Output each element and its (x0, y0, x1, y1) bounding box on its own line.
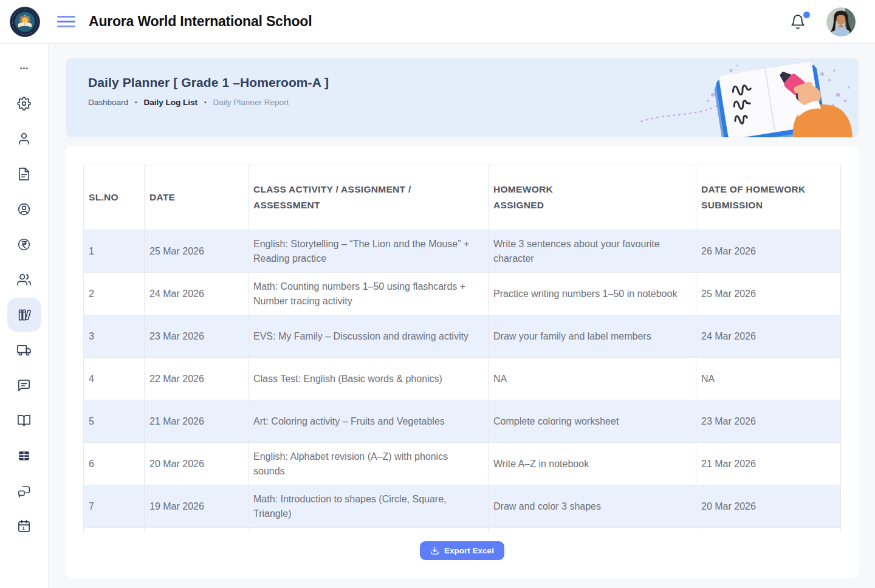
document-icon (17, 167, 31, 181)
sidebar-item-more[interactable] (7, 51, 41, 85)
profile-circle-icon (17, 202, 31, 216)
svg-text:1: 1 (22, 525, 25, 531)
cell-activity: Class Test: English (Basic words & phoni… (249, 358, 489, 400)
export-excel-button[interactable]: Export Excel (420, 541, 504, 560)
fees-rupee-icon (17, 238, 31, 251)
cell-activity: EVS: My Family – Discussion and drawing … (249, 315, 489, 358)
page-banner: Daily Planner [ Grade 1 –Homeroom-A ] Da… (66, 58, 859, 137)
cell-date: 19 Mar 2026 (145, 485, 249, 528)
table-row: 323 Mar 2026EVS: My Family – Discussion … (84, 315, 841, 358)
cell-date: 23 Mar 2026 (145, 315, 249, 358)
sidebar-item-calendar[interactable]: 1 (7, 509, 41, 543)
sidebar-item-documents[interactable] (7, 157, 41, 191)
school-name: Aurora World International School (89, 13, 312, 30)
cell-homework: Write A–Z in notebook (489, 443, 696, 485)
calendar-icon: 1 (17, 519, 31, 533)
student-person-icon (17, 132, 31, 146)
table-row-partial (84, 528, 841, 533)
breadcrumb-daily-log-list[interactable]: Daily Log List (144, 98, 198, 107)
cell-slno: 5 (84, 400, 145, 443)
column-header-date: DATE (145, 165, 249, 230)
column-header-activity: CLASS ACTIVITY / ASSIGNMENT / ASSESSMENT (249, 165, 489, 230)
banner-illustration-writing-hand (640, 58, 859, 137)
cell-slno: 4 (84, 358, 145, 400)
hamburger-menu-icon[interactable] (57, 15, 75, 29)
sidebar-item-timetable[interactable] (7, 439, 41, 473)
cell-submission: 23 Mar 2026 (696, 400, 841, 443)
message-comment-icon (17, 378, 31, 392)
sidebar-item-settings[interactable] (7, 86, 41, 120)
column-header-submission: DATE OF HOMEWORK SUBMISSION (696, 165, 841, 230)
cell-activity: Art: Coloring activity – Fruits and Vege… (249, 400, 489, 443)
cell-slno: 2 (84, 273, 145, 315)
sidebar: 1 (0, 44, 49, 588)
cell-submission: 20 Mar 2026 (696, 485, 841, 528)
cell-activity: English: Storytelling – “The Lion and th… (249, 230, 489, 273)
cell-submission: NA (696, 358, 841, 400)
planner-table-container: SL.NO DATE CLASS ACTIVITY / ASSIGNMENT /… (83, 165, 841, 532)
cell-submission: 26 Mar 2026 (696, 230, 841, 273)
breadcrumb-daily-planner-report: Daily Planner Report (213, 98, 289, 107)
sidebar-item-messages[interactable] (7, 368, 41, 402)
export-excel-label: Export Excel (444, 546, 494, 555)
cell-submission: 24 Mar 2026 (696, 315, 841, 358)
table-row: 422 Mar 2026Class Test: English (Basic w… (84, 358, 841, 400)
cell-submission: 21 Mar 2026 (696, 443, 841, 485)
discussion-chats-icon (17, 484, 31, 498)
breadcrumb-separator: • (204, 99, 207, 106)
cell-homework: Write 3 sentences about your favourite c… (489, 230, 696, 273)
cell-slno: 1 (84, 230, 145, 273)
cell-homework: Draw and color 3 shapes (489, 485, 696, 528)
sidebar-item-fees[interactable] (7, 227, 41, 261)
planner-card: SL.NO DATE CLASS ACTIVITY / ASSIGNMENT /… (66, 146, 859, 578)
breadcrumb-separator: • (135, 99, 137, 106)
staff-users-icon (17, 273, 31, 287)
school-logo (10, 7, 40, 37)
sidebar-item-transport[interactable] (7, 333, 41, 367)
settings-gear-icon (17, 97, 31, 111)
table-row: 224 Mar 2026Math: Counting numbers 1–50 … (84, 273, 841, 315)
sidebar-item-courses[interactable] (7, 403, 41, 437)
breadcrumb-dashboard[interactable]: Dashboard (88, 98, 128, 107)
notification-bell-icon[interactable] (790, 14, 806, 30)
topbar: Aurora World International School (0, 0, 875, 44)
notification-dot (803, 12, 810, 18)
main-content: Daily Planner [ Grade 1 –Homeroom-A ] Da… (49, 44, 875, 588)
table-row: 521 Mar 2026Art: Coloring activity – Fru… (84, 400, 841, 443)
cell-homework: Draw your family and label members (489, 315, 696, 358)
cell-slno: 7 (84, 485, 145, 528)
cell-date: 24 Mar 2026 (145, 273, 249, 315)
table-row: 125 Mar 2026English: Storytelling – “The… (84, 230, 841, 273)
library-books-icon (17, 308, 31, 322)
cell-submission: 25 Mar 2026 (696, 273, 841, 315)
column-header-slno: SL.NO (84, 165, 145, 230)
cell-activity: Math: Counting numbers 1–50 using flashc… (249, 273, 489, 315)
table-row: 620 Mar 2026English: Alphabet revision (… (84, 443, 841, 485)
sidebar-item-students[interactable] (7, 121, 41, 156)
sidebar-item-discussions[interactable] (7, 474, 41, 508)
planner-table-body: 125 Mar 2026English: Storytelling – “The… (84, 230, 841, 533)
cell-activity: English: Alphabet revision (A–Z) with ph… (249, 443, 489, 485)
cell-slno: 6 (84, 443, 145, 485)
transport-truck-icon (17, 343, 31, 357)
cell-homework: NA (489, 358, 696, 400)
cell-date: 22 Mar 2026 (145, 358, 249, 400)
column-header-homework: HOMEWORK ASSIGNED (489, 165, 696, 230)
table-header-row: SL.NO DATE CLASS ACTIVITY / ASSIGNMENT /… (84, 165, 841, 230)
daily-planner-table: SL.NO DATE CLASS ACTIVITY / ASSIGNMENT /… (83, 165, 841, 532)
sidebar-item-profile[interactable] (7, 192, 41, 226)
cell-date: 25 Mar 2026 (145, 230, 249, 273)
sidebar-item-library[interactable] (7, 298, 41, 332)
courses-open-book-icon (17, 414, 31, 428)
download-icon (430, 546, 439, 555)
cell-activity: Math: Introduction to shapes (Circle, Sq… (249, 485, 489, 528)
cell-homework: Complete coloring worksheet (489, 400, 696, 443)
table-row: 719 Mar 2026Math: Introduction to shapes… (84, 485, 841, 528)
timetable-grid-icon (17, 449, 31, 463)
cell-date: 20 Mar 2026 (145, 443, 249, 485)
cell-slno: 3 (84, 315, 145, 358)
user-avatar[interactable] (826, 7, 856, 36)
sidebar-item-staff[interactable] (7, 262, 41, 296)
cell-homework: Practice writing numbers 1–50 in noteboo… (489, 273, 696, 315)
cell-date: 21 Mar 2026 (145, 400, 249, 443)
